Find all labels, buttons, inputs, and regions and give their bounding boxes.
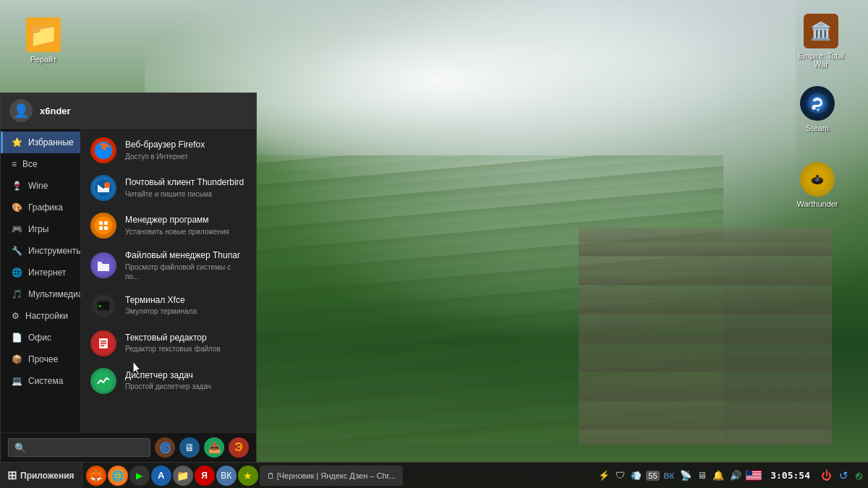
- desktop: 📁 Рерайт 🏛️ Empire: Total War Steam: [0, 0, 868, 488]
- language-flag-icon[interactable]: [746, 470, 762, 481]
- svg-rect-16: [104, 226, 108, 230]
- synaptic-app-info: Менеджер программ Установить новые прило…: [125, 215, 246, 236]
- menu-categories: ⭐ Избранные ≡ Все 🍷 Wine 🎨 Графика 🎮: [1, 129, 80, 432]
- svg-text:▶_: ▶_: [99, 303, 105, 309]
- category-all[interactable]: ≡ Все: [1, 153, 80, 175]
- games-icon: 🎮: [12, 224, 22, 234]
- category-system[interactable]: 💻 Система: [1, 370, 80, 392]
- firefox-app-info: Веб-браузер Firefox Доступ в Интернет: [125, 140, 246, 161]
- terminal-taskbar-icon: ▶: [136, 471, 142, 481]
- svg-point-11: [104, 182, 110, 188]
- taskbar-apps: 🦊 🌐 ▶ A 📁 Я ВК: [82, 463, 594, 488]
- app-item-terminal[interactable]: ▶_ Терминал Xfce Эмулятор терминала: [80, 287, 256, 325]
- app-item-synaptic[interactable]: Менеджер программ Установить новые прило…: [80, 207, 256, 244]
- yandex-taskbar-icon: Я: [201, 471, 208, 481]
- category-games[interactable]: 🎮 Игры: [1, 218, 80, 240]
- texteditor-app-icon: [90, 330, 116, 356]
- settings-icon: ⚙: [12, 311, 20, 321]
- taskbar-app-firefox[interactable]: 🦊: [86, 466, 106, 486]
- vk-taskbar-icon: ВК: [221, 471, 231, 481]
- texteditor-app-info: Текстовый редактор Редактор текстовых фа…: [125, 333, 246, 354]
- taskbar-active-window[interactable]: 🗒 [Черновик | Яндекс Дзен – Chr...: [260, 466, 403, 486]
- search-box[interactable]: 🔍: [8, 438, 150, 457]
- app-item-firefox[interactable]: Веб-браузер Firefox Доступ в Интернет: [80, 132, 256, 169]
- start-menu: 👤 x6nder ⭐ Избранные ≡ Все 🍷 Wine: [0, 93, 257, 462]
- category-other[interactable]: 📦 Прочее: [1, 348, 80, 370]
- bluetooth-tray-icon[interactable]: ⚡: [597, 468, 611, 482]
- volume-tray-icon[interactable]: 🔊: [728, 468, 743, 482]
- desktop-icon-label-steam: Steam: [806, 124, 829, 132]
- tools-icon: 🔧: [12, 246, 22, 256]
- menu-extra-icon4: Э: [234, 441, 242, 454]
- lock-button[interactable]: ⎋: [854, 468, 864, 483]
- app-item-thunderbird[interactable]: Почтовый клиент Thunderbird Читайте и пи…: [80, 169, 256, 207]
- steam-icon: [800, 86, 835, 121]
- taskbar-tray: ⚡ 🛡 💨 55 ВК 📡 🖥 🔔 🔊 3:05:54 ⏻ ↺: [593, 463, 868, 488]
- category-multimedia[interactable]: 🎵 Мультимедиа: [1, 283, 80, 305]
- menu-header: 👤 x6nder: [1, 93, 256, 129]
- desktop-icon-empire[interactable]: 🏛️ Empire: Total War: [792, 11, 850, 72]
- taskbar-app-yandex[interactable]: Я: [195, 466, 215, 486]
- search-input[interactable]: [30, 443, 144, 452]
- app-item-taskmanager[interactable]: Диспетчер задач Простой диспетчер задач: [80, 362, 256, 400]
- category-tools[interactable]: 🔧 Инструменты: [1, 240, 80, 262]
- terminal-app-icon: ▶_: [90, 293, 116, 319]
- desktop-icon-label-empire: Empire: Total War: [795, 51, 847, 69]
- taskbar-app-extra[interactable]: ★: [238, 466, 258, 486]
- battery-tray-icon[interactable]: 55: [646, 471, 659, 481]
- menu-extra-btn3[interactable]: 📥: [204, 437, 224, 458]
- menu-extra-btn4[interactable]: Э: [229, 437, 249, 458]
- taskbar-app-text[interactable]: A: [151, 466, 171, 486]
- taskbar-app-chrome[interactable]: 🌐: [108, 466, 128, 486]
- taskbar-app-vk[interactable]: ВК: [216, 466, 237, 486]
- taskbar-app-files[interactable]: 📁: [173, 466, 193, 486]
- desktop-icon-warthunder[interactable]: Warthunder: [788, 159, 846, 211]
- notification-tray-icon[interactable]: 🔔: [711, 468, 726, 482]
- system-icon: 💻: [12, 376, 22, 386]
- desktop-icon-rerait[interactable]: 📁 Рерайт: [14, 14, 72, 67]
- category-graphics[interactable]: 🎨 Графика: [1, 197, 80, 218]
- desktop-icon-steam[interactable]: Steam: [788, 83, 846, 135]
- taskmanager-app-icon: [90, 368, 116, 394]
- svg-point-26: [95, 372, 112, 390]
- svg-rect-15: [99, 226, 103, 230]
- menu-extra-btn1[interactable]: 🌀: [155, 437, 175, 458]
- internet-icon: 🌐: [12, 267, 22, 278]
- graphics-icon: 🎨: [12, 202, 22, 213]
- thunderbird-app-info: Почтовый клиент Thunderbird Читайте и пи…: [125, 177, 246, 199]
- shield-tray-icon[interactable]: 🛡: [614, 468, 626, 482]
- search-icon: 🔍: [14, 442, 26, 453]
- office-icon: 📄: [12, 333, 22, 343]
- thunderbird-app-icon: [90, 175, 116, 201]
- extra-taskbar-icon: ★: [243, 470, 252, 481]
- stone-wall-overlay: [579, 228, 832, 445]
- app-item-thunar[interactable]: Файловый менеджер Thunar Просмотр файлов…: [80, 244, 256, 287]
- files-taskbar-icon: 📁: [176, 470, 189, 481]
- power-button[interactable]: ⏻: [819, 468, 834, 483]
- thunar-app-info: Файловый менеджер Thunar Просмотр файлов…: [125, 250, 246, 281]
- apps-icon: ⊞: [7, 468, 17, 482]
- svg-rect-13: [99, 221, 103, 225]
- wine-icon: 🍷: [12, 181, 22, 191]
- text-taskbar-icon: A: [158, 470, 164, 481]
- menu-extra-icon3: 📥: [208, 442, 221, 453]
- menu-avatar: 👤: [9, 99, 33, 122]
- firefox-taskbar-icon: 🦊: [90, 470, 102, 481]
- category-wine[interactable]: 🍷 Wine: [1, 175, 80, 197]
- steam-tray-icon[interactable]: 💨: [629, 469, 643, 482]
- category-internet[interactable]: 🌐 Интернет: [1, 262, 80, 283]
- warthunder-icon: [800, 162, 835, 197]
- monitor-tray-icon[interactable]: 🖥: [696, 468, 708, 482]
- refresh-button[interactable]: ↺: [837, 468, 851, 484]
- svg-rect-14: [104, 221, 108, 225]
- category-settings[interactable]: ⚙ Настройки: [1, 305, 80, 327]
- svg-point-2: [812, 106, 816, 110]
- app-item-texteditor[interactable]: Текстовый редактор Редактор текстовых фа…: [80, 325, 256, 362]
- network-tray-icon[interactable]: 📡: [678, 468, 693, 482]
- start-button[interactable]: ⊞ Приложения: [0, 463, 82, 488]
- menu-extra-btn2[interactable]: 🖥: [179, 437, 200, 458]
- taskbar-app-terminal[interactable]: ▶: [129, 466, 150, 486]
- vk-tray-icon[interactable]: ВК: [663, 470, 676, 481]
- category-office[interactable]: 📄 Офис: [1, 327, 80, 348]
- category-favorites[interactable]: ⭐ Избранные: [1, 132, 80, 153]
